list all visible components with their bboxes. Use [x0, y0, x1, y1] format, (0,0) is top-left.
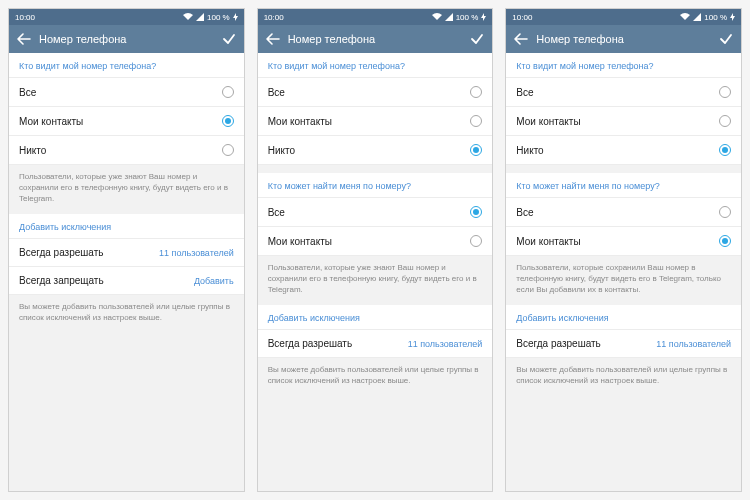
row-label: Всегда разрешать — [19, 247, 159, 258]
page-title: Номер телефона — [288, 33, 463, 45]
check-icon[interactable] — [470, 32, 484, 46]
option-nobody[interactable]: Никто — [506, 136, 741, 165]
find-option-contacts[interactable]: Мои контакты — [506, 227, 741, 256]
note-add-groups: Вы можете добавить пользователей или цел… — [506, 358, 741, 397]
always-allow-row[interactable]: Всегда разрешать11 пользователей — [258, 330, 493, 358]
radio-icon — [719, 115, 731, 127]
check-icon[interactable] — [719, 32, 733, 46]
row-label: Всегда запрещать — [19, 275, 194, 286]
user-count: 11 пользователей — [408, 339, 483, 349]
option-contacts[interactable]: Мои контакты — [506, 107, 741, 136]
radio-icon — [470, 144, 482, 156]
option-label: Все — [516, 87, 719, 98]
exceptions-header: Добавить исключения — [506, 305, 741, 330]
exceptions-header: Добавить исключения — [9, 214, 244, 239]
wifi-icon — [680, 13, 690, 21]
option-label: Мои контакты — [516, 116, 719, 127]
bolt-icon — [233, 13, 238, 21]
option-nobody[interactable]: Никто — [258, 136, 493, 165]
radio-icon — [719, 206, 731, 218]
exceptions-header: Добавить исключения — [258, 305, 493, 330]
always-allow-row[interactable]: Всегда разрешать11 пользователей — [506, 330, 741, 358]
note-users-know: Пользователи, которые уже знают Ваш номе… — [258, 256, 493, 305]
option-label: Никто — [19, 145, 222, 156]
option-label: Все — [268, 207, 471, 218]
find-option-contacts[interactable]: Мои контакты — [258, 227, 493, 256]
spacer — [506, 165, 741, 173]
option-label: Никто — [516, 145, 719, 156]
who-finds-header: Кто может найти меня по номеру? — [506, 173, 741, 198]
radio-icon — [719, 235, 731, 247]
status-time: 10:00 — [264, 13, 432, 22]
back-icon[interactable] — [17, 32, 31, 46]
who-sees-header: Кто видит мой номер телефона? — [506, 53, 741, 78]
find-option-everyone[interactable]: Все — [506, 198, 741, 227]
signal-icon — [693, 13, 701, 21]
signal-icon — [196, 13, 204, 21]
status-battery: 100 % — [704, 13, 727, 22]
radio-icon — [470, 115, 482, 127]
radio-icon — [719, 86, 731, 98]
option-label: Все — [268, 87, 471, 98]
screen-3: 10:00 100 % Номер телефона Кто видит мой… — [505, 8, 742, 492]
titlebar: Номер телефона — [258, 25, 493, 53]
content: Кто видит мой номер телефона? Все Мои ко… — [506, 53, 741, 491]
bolt-icon — [730, 13, 735, 21]
radio-icon — [222, 86, 234, 98]
option-label: Мои контакты — [268, 116, 471, 127]
signal-icon — [445, 13, 453, 21]
radio-icon — [222, 115, 234, 127]
content: Кто видит мой номер телефона? Все Мои ко… — [9, 53, 244, 491]
always-allow-row[interactable]: Всегда разрешать11 пользователей — [9, 239, 244, 267]
bolt-icon — [481, 13, 486, 21]
option-everyone[interactable]: Все — [506, 78, 741, 107]
radio-icon — [470, 206, 482, 218]
option-everyone[interactable]: Все — [258, 78, 493, 107]
note-add-groups: Вы можете добавить пользователей или цел… — [9, 295, 244, 334]
titlebar: Номер телефона — [506, 25, 741, 53]
screen-1: 10:00 100 % Номер телефона Кто видит мой… — [8, 8, 245, 492]
who-finds-header: Кто может найти меня по номеру? — [258, 173, 493, 198]
option-label: Мои контакты — [516, 236, 719, 247]
option-label: Все — [516, 207, 719, 218]
wifi-icon — [432, 13, 442, 21]
user-count: 11 пользователей — [159, 248, 234, 258]
option-label: Никто — [268, 145, 471, 156]
who-sees-header: Кто видит мой номер телефона? — [258, 53, 493, 78]
note-users-saved: Пользователи, которые сохранили Ваш номе… — [506, 256, 741, 305]
statusbar: 10:00 100 % — [506, 9, 741, 25]
option-label: Мои контакты — [19, 116, 222, 127]
row-label: Всегда разрешать — [268, 338, 408, 349]
status-battery: 100 % — [456, 13, 479, 22]
status-battery: 100 % — [207, 13, 230, 22]
back-icon[interactable] — [514, 32, 528, 46]
option-contacts[interactable]: Мои контакты — [258, 107, 493, 136]
radio-icon — [470, 86, 482, 98]
page-title: Номер телефона — [39, 33, 214, 45]
option-nobody[interactable]: Никто — [9, 136, 244, 165]
user-count: 11 пользователей — [656, 339, 731, 349]
back-icon[interactable] — [266, 32, 280, 46]
titlebar: Номер телефона — [9, 25, 244, 53]
radio-icon — [719, 144, 731, 156]
check-icon[interactable] — [222, 32, 236, 46]
page-title: Номер телефона — [536, 33, 711, 45]
wifi-icon — [183, 13, 193, 21]
screen-2: 10:00 100 % Номер телефона Кто видит мой… — [257, 8, 494, 492]
option-label: Мои контакты — [268, 236, 471, 247]
status-time: 10:00 — [15, 13, 183, 22]
note-users-know: Пользователи, которые уже знают Ваш номе… — [9, 165, 244, 214]
spacer — [258, 165, 493, 173]
note-add-groups: Вы можете добавить пользователей или цел… — [258, 358, 493, 397]
statusbar: 10:00 100 % — [9, 9, 244, 25]
status-time: 10:00 — [512, 13, 680, 22]
radio-icon — [222, 144, 234, 156]
option-everyone[interactable]: Все — [9, 78, 244, 107]
option-label: Все — [19, 87, 222, 98]
option-contacts[interactable]: Мои контакты — [9, 107, 244, 136]
statusbar: 10:00 100 % — [258, 9, 493, 25]
row-label: Всегда разрешать — [516, 338, 656, 349]
always-deny-row[interactable]: Всегда запрещатьДобавить — [9, 267, 244, 295]
find-option-everyone[interactable]: Все — [258, 198, 493, 227]
add-link: Добавить — [194, 276, 234, 286]
